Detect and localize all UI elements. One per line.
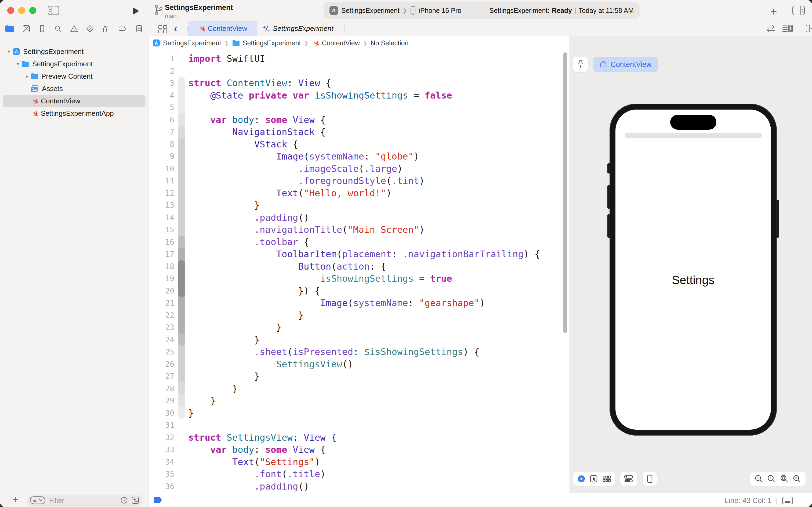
preview-tab-pill[interactable]: ContentView	[593, 57, 658, 72]
nav-row-contentview[interactable]: ContentView	[3, 95, 146, 107]
scheme-app-name[interactable]: SettingsExperiment	[341, 7, 400, 14]
code-editor[interactable]: 1import SwiftUI23struct ContentView: Vie…	[149, 50, 569, 493]
source-control-filter-icon[interactable]	[131, 496, 139, 504]
line-number[interactable]: 28	[149, 383, 174, 395]
code-line[interactable]: 15 .navigationTitle("Main Screen")	[149, 224, 569, 236]
line-number[interactable]: 8	[149, 138, 174, 151]
code-line[interactable]: 17 ToolbarItem(placement: .navigationBar…	[149, 248, 569, 261]
debug-navigator-icon[interactable]	[102, 25, 110, 33]
editor-layout-icon[interactable]	[782, 24, 793, 33]
minimize-window-button[interactable]	[18, 7, 25, 14]
disclosure-chevron-icon[interactable]: ▾	[14, 61, 21, 67]
code-line[interactable]: 6 var body: some View {	[149, 114, 569, 126]
line-number[interactable]: 9	[149, 150, 174, 163]
code-line[interactable]: 29 }	[149, 395, 569, 407]
line-number[interactable]: 33	[149, 444, 174, 456]
line-number[interactable]: 11	[149, 175, 174, 187]
code-line[interactable]: 26 SettingsView()	[149, 358, 569, 371]
code-line[interactable]: 24 }	[149, 334, 569, 346]
code-line[interactable]: 33 var body: some View {	[149, 444, 569, 456]
nav-row-assets[interactable]: Assets	[3, 82, 146, 95]
filter-input[interactable]	[49, 496, 109, 505]
tab-settingsexperiment[interactable]: SettingsExperiment	[263, 21, 344, 36]
code-line[interactable]: 2	[149, 65, 569, 77]
line-number[interactable]: 32	[149, 432, 174, 444]
zoom-fit-button[interactable]	[780, 474, 789, 483]
line-number[interactable]: 14	[149, 212, 174, 224]
line-number[interactable]: 23	[149, 322, 174, 334]
line-number[interactable]: 2	[149, 65, 174, 77]
add-split-editor-icon[interactable]	[805, 24, 812, 33]
pin-preview-button[interactable]	[573, 57, 588, 72]
nav-row-group[interactable]: ▾ SettingsExperiment	[3, 58, 146, 70]
add-editor-plus-button[interactable]: +	[770, 5, 777, 18]
code-line[interactable]: 10 .imageScale(.large)	[149, 163, 569, 175]
code-line[interactable]: 31	[149, 419, 569, 432]
line-number[interactable]: 34	[149, 456, 174, 468]
disclosure-chevron-icon[interactable]: ▾	[5, 49, 12, 55]
live-preview-button[interactable]	[578, 475, 585, 483]
nav-row-preview-content[interactable]: ▸ Preview Content	[3, 70, 146, 82]
code-line[interactable]: 9 Image(systemName: "globe")	[149, 150, 569, 163]
line-number[interactable]: 3	[149, 77, 174, 90]
line-number[interactable]: 35	[149, 468, 174, 481]
nav-row-app-file[interactable]: SettingsExperimentApp	[3, 107, 146, 119]
line-number[interactable]: 26	[149, 358, 174, 371]
jumpbar-item-selection[interactable]: No Selection	[370, 39, 409, 47]
variants-mode-button[interactable]	[602, 475, 611, 483]
line-number[interactable]: 19	[149, 273, 174, 285]
line-number[interactable]: 7	[149, 126, 174, 138]
line-number[interactable]: 4	[149, 90, 174, 102]
tab-contentview[interactable]: ContentView	[188, 21, 257, 36]
line-number[interactable]: 17	[149, 248, 174, 261]
line-number[interactable]: 31	[149, 419, 174, 432]
zoom-window-button[interactable]	[29, 7, 36, 14]
report-navigator-icon[interactable]	[135, 25, 143, 33]
add-file-button[interactable]: +	[12, 494, 18, 505]
swap-editor-icon[interactable]	[765, 24, 776, 33]
code-line[interactable]: 1import SwiftUI	[149, 53, 569, 65]
code-line[interactable]: 12 Text("Hello, world!")	[149, 187, 569, 200]
close-window-button[interactable]	[7, 7, 14, 14]
line-number[interactable]: 25	[149, 346, 174, 358]
code-line[interactable]: 23 }	[149, 322, 569, 334]
code-line[interactable]: 14 .padding()	[149, 212, 569, 224]
code-line[interactable]: 13 }	[149, 199, 569, 212]
breakpoint-navigator-icon[interactable]	[118, 25, 127, 33]
code-line[interactable]: 28 }	[149, 383, 569, 395]
line-number[interactable]: 6	[149, 114, 174, 126]
jumpbar-item-project[interactable]: SettingsExperiment	[163, 39, 221, 47]
project-navigator-icon[interactable]	[5, 25, 14, 33]
line-number[interactable]: 5	[149, 102, 174, 114]
line-number[interactable]: 16	[149, 236, 174, 248]
code-line[interactable]: 18 Button(action: {	[149, 261, 569, 273]
recent-files-clock-icon[interactable]	[120, 496, 128, 504]
line-number[interactable]: 18	[149, 261, 174, 273]
toggle-left-sidebar-button[interactable]	[47, 5, 60, 16]
code-line[interactable]: 11 .foregroundStyle(.tint)	[149, 175, 569, 187]
source-control-navigator-icon[interactable]	[22, 25, 31, 33]
jumpbar-item-file[interactable]: ContentView	[322, 39, 359, 47]
scheme-destination[interactable]: iPhone 16 Pro	[419, 7, 461, 14]
line-number[interactable]: 13	[149, 199, 174, 212]
code-line[interactable]: 30}	[149, 407, 569, 419]
selectable-mode-button[interactable]	[590, 475, 598, 483]
test-navigator-icon[interactable]	[86, 25, 94, 33]
zoom-in-button[interactable]	[793, 474, 801, 483]
scheme-status-bar[interactable]: A SettingsExperiment ❯ iPhone 16 Pro Set…	[324, 2, 640, 19]
issue-navigator-icon[interactable]	[70, 25, 78, 33]
code-line[interactable]: 35 .font(.title)	[149, 468, 569, 481]
run-button[interactable]	[131, 7, 139, 15]
hide-canvas-icon[interactable]	[782, 496, 793, 505]
line-number[interactable]: 12	[149, 187, 174, 200]
line-number[interactable]: 24	[149, 334, 174, 346]
zoom-100-button[interactable]: 1	[767, 474, 776, 483]
code-line[interactable]: 32struct SettingsView: View {	[149, 432, 569, 444]
code-line[interactable]: 22 }	[149, 309, 569, 322]
code-line[interactable]: 3struct ContentView: View {	[149, 77, 569, 90]
code-line[interactable]: 34 Text("Settings")	[149, 456, 569, 468]
code-line[interactable]: 36 .padding()	[149, 481, 569, 493]
toggle-right-sidebar-button[interactable]	[792, 5, 806, 16]
code-line[interactable]: 27 }	[149, 370, 569, 383]
nav-row-project-root[interactable]: ▾ A SettingsExperiment	[3, 45, 146, 58]
